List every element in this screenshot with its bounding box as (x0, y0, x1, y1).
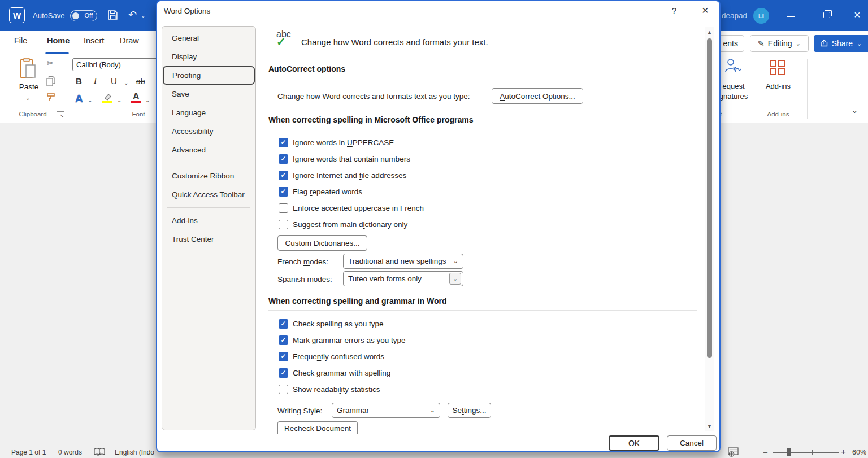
french-modes-select[interactable]: Traditional and new spellings ⌄ (343, 254, 463, 269)
nav-item-accessibility[interactable]: Accessibility (162, 122, 255, 141)
custom-dictionaries-button[interactable]: Custom Dictionaries... (277, 235, 367, 251)
nav-item-customize-ribbon[interactable]: Customize Ribbon (162, 167, 255, 185)
tab-file[interactable]: File (14, 36, 27, 45)
checkbox-checked[interactable] (279, 319, 288, 329)
tab-insert[interactable]: Insert (84, 36, 104, 45)
font-name-value: Calibri (Body) (76, 60, 121, 69)
avatar[interactable]: LI (753, 8, 769, 24)
font-name-select[interactable]: Calibri (Body) (72, 58, 163, 71)
autosave-toggle[interactable]: Off (70, 10, 97, 21)
nav-item-general[interactable]: General (162, 29, 255, 47)
highlighter-chevron-icon[interactable]: ⌄ (117, 97, 121, 103)
save-icon[interactable] (107, 10, 118, 23)
paste-button[interactable]: Paste (18, 82, 40, 91)
request-signatures-icon[interactable] (724, 58, 741, 76)
avatar-initials: LI (758, 12, 764, 19)
help-icon[interactable]: ? (669, 6, 680, 15)
text-effects-chevron-icon[interactable]: ⌄ (88, 97, 92, 103)
format-painter-icon[interactable] (46, 93, 57, 104)
strikethrough-button[interactable]: ab (136, 77, 145, 86)
copy-icon[interactable] (46, 76, 56, 89)
checkbox-checked[interactable] (279, 154, 288, 164)
zoom-out-button[interactable]: − (763, 447, 768, 457)
restore-icon[interactable] (823, 12, 830, 18)
text-effects-button[interactable]: A (75, 93, 83, 105)
italic-button[interactable]: I (94, 76, 97, 86)
nav-item-trust-center[interactable]: Trust Center (162, 230, 255, 248)
undo-chevron-icon[interactable]: ⌄ (141, 12, 145, 19)
nav-label: Trust Center (172, 235, 214, 243)
checkbox-checked[interactable] (279, 171, 288, 180)
nav-label: Language (172, 108, 206, 117)
ok-button[interactable]: OK (609, 435, 659, 451)
scroll-down-icon[interactable]: ▼ (705, 424, 714, 429)
spanish-modes-select[interactable]: Tuteo verb forms only ⌄ (343, 271, 463, 286)
bold-button[interactable]: B (76, 76, 82, 86)
nav-item-proofing[interactable]: Proofing (163, 66, 255, 85)
scroll-up-icon[interactable]: ▲ (705, 29, 714, 35)
nav-item-advanced[interactable]: Advanced (162, 141, 255, 159)
paste-chevron-icon[interactable]: ⌄ (25, 95, 30, 101)
scrollbar-thumb[interactable] (707, 38, 712, 358)
checkbox-checked[interactable] (279, 335, 288, 345)
writing-style-select[interactable]: Grammar ⌄ (332, 403, 440, 418)
recheck-document-button[interactable]: Recheck Document (277, 421, 358, 434)
undo-icon[interactable]: ↶ (128, 8, 137, 21)
checkbox-unchecked[interactable] (279, 220, 288, 229)
nav-item-add-ins[interactable]: Add-ins (162, 211, 255, 230)
checkbox-checked[interactable] (279, 138, 288, 147)
dialog-scrollbar[interactable]: ▲ ▼ (705, 27, 714, 431)
zoom-in-button[interactable]: + (841, 447, 846, 456)
add-ins-button-label[interactable]: Add-ins (761, 82, 795, 90)
checkbox-checked[interactable] (279, 352, 288, 361)
word-app-icon[interactable]: W (9, 7, 25, 23)
settings-button[interactable]: Settings... (448, 403, 491, 418)
web-layout-view-icon[interactable] (728, 447, 739, 458)
nav-label: Save (172, 90, 189, 98)
checkbox-checked[interactable] (279, 368, 288, 378)
page-indicator[interactable]: Page 1 of 1 (11, 448, 46, 456)
autocorrect-options-button[interactable]: AutoCorrect Options... (492, 88, 583, 104)
zoom-slider-thumb[interactable] (787, 448, 791, 456)
close-icon[interactable]: × (854, 7, 861, 22)
nav-item-quick-access-toolbar[interactable]: Quick Access Toolbar (162, 185, 255, 204)
add-ins-icon[interactable] (770, 60, 785, 75)
paste-icon[interactable] (19, 58, 36, 81)
zoom-slider-track[interactable] (773, 452, 839, 453)
checkbox-label: Ignore words in UPPERCASE (293, 138, 394, 147)
share-button[interactable]: Share ⌄ (814, 35, 868, 52)
collapse-ribbon-chevron-icon[interactable]: ⌄ (851, 105, 858, 115)
comments-button-label-fragment: ents (723, 39, 738, 48)
chevron-down-icon: ⌄ (453, 275, 458, 282)
nav-label: Add-ins (172, 216, 198, 225)
select-dropdown-button[interactable]: ⌄ (449, 273, 461, 285)
tab-home[interactable]: Home (47, 36, 70, 45)
editing-button[interactable]: ✎ Editing ⌄ (750, 35, 809, 52)
share-icon (820, 39, 828, 49)
checkbox-row-enforce-french: Enforce accented uppercase in French (279, 203, 424, 213)
underline-chevron-icon[interactable]: ⌄ (124, 80, 128, 86)
tab-draw[interactable]: Draw (120, 36, 139, 45)
section-divider (268, 310, 697, 311)
checkbox-unchecked[interactable] (279, 385, 288, 394)
checkbox-label: Frequently confused words (293, 352, 384, 361)
language-status[interactable]: English (Indo (115, 448, 154, 456)
minimize-icon[interactable] (787, 16, 795, 17)
nav-label: Quick Access Toolbar (172, 190, 245, 199)
nav-item-save[interactable]: Save (162, 85, 255, 103)
font-color-chevron-icon[interactable]: ⌄ (145, 97, 150, 103)
zoom-level[interactable]: 60% (852, 448, 866, 456)
highlight-color-bar (102, 101, 112, 103)
cancel-button[interactable]: Cancel (667, 435, 717, 451)
word-count[interactable]: 0 words (58, 448, 82, 456)
nav-item-display[interactable]: Display (162, 47, 255, 66)
checkbox-unchecked[interactable] (279, 203, 288, 213)
underline-button[interactable]: U (111, 76, 117, 86)
checkbox-checked[interactable] (279, 187, 288, 197)
nav-item-language[interactable]: Language (162, 103, 255, 122)
cut-icon[interactable]: ✂ (47, 58, 54, 68)
clipboard-dialog-launcher-icon[interactable]: ↘ (57, 111, 64, 119)
proofing-intro-text: Change how Word corrects and formats you… (301, 37, 488, 47)
proofing-status-icon[interactable] (94, 448, 105, 458)
dialog-close-icon[interactable]: × (698, 3, 712, 17)
